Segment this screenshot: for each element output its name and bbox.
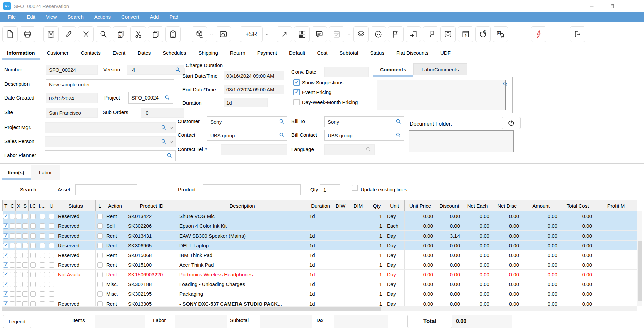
table-row[interactable]: Not Availa...RentSK1506903220Portronics … [3, 270, 637, 279]
row-checkbox-l[interactable] [97, 223, 103, 229]
row-checkbox-s[interactable] [22, 243, 28, 248]
row-checkbox-s[interactable] [22, 233, 28, 239]
column-header-net_disc[interactable]: Net Disc [492, 200, 522, 211]
table-row[interactable]: ReservedSellSK302206Epson 4 Color Ink Ki… [3, 221, 637, 231]
row-checkbox-idot[interactable] [40, 272, 45, 277]
table-row[interactable]: Misc.SK302188Loading - Unloading Charges… [3, 279, 637, 289]
menu-add[interactable]: Add [145, 12, 164, 22]
row-checkbox-l[interactable] [97, 291, 103, 297]
toolbar-cut-button[interactable] [130, 26, 146, 42]
restore-button[interactable] [602, 0, 623, 12]
column-header-net_each[interactable]: Net Each [463, 200, 492, 211]
toolbar-lightning-button[interactable] [531, 26, 546, 42]
table-row[interactable]: ReservedRentSK015100Acer Think Pad1d1Day… [3, 260, 637, 270]
row-checkbox-c[interactable] [10, 291, 15, 297]
bill-contact-input[interactable] [324, 130, 404, 141]
row-checkbox-ic[interactable] [30, 282, 36, 287]
tab-item-s-[interactable]: Item(s) [2, 165, 31, 180]
row-checkbox-c[interactable] [10, 262, 15, 268]
comments-textarea[interactable] [377, 80, 506, 110]
tab-status[interactable]: Status [364, 47, 390, 60]
row-checkbox-ii[interactable] [49, 301, 54, 306]
toolbar-new-document-button[interactable] [2, 26, 18, 42]
row-checkbox-ii[interactable] [49, 291, 54, 297]
total-button[interactable]: Total [407, 315, 452, 328]
row-checkbox-x[interactable] [16, 262, 21, 268]
row-checkbox-t[interactable] [3, 282, 8, 287]
tab-subtotal[interactable]: Subtotal [333, 47, 364, 60]
tab-default[interactable]: Default [283, 47, 311, 60]
row-checkbox-ic[interactable] [30, 253, 36, 258]
tab-udf[interactable]: UDF [434, 47, 457, 60]
row-checkbox-t[interactable] [3, 223, 8, 229]
bill-contact-search-icon[interactable] [395, 132, 402, 138]
toolbar-smiley-button[interactable] [371, 26, 386, 42]
row-checkbox-ic[interactable] [30, 243, 36, 248]
tab-laborcomments[interactable]: LaborComments [413, 63, 467, 75]
toolbar-calendar-button[interactable] [329, 26, 344, 42]
tab-labor[interactable]: Labor [31, 165, 60, 180]
row-checkbox-s[interactable] [22, 253, 28, 258]
toolbar-paste-button[interactable] [165, 26, 181, 42]
column-header-x[interactable]: X [16, 200, 22, 211]
tab-contacts[interactable]: Contacts [75, 47, 107, 60]
toolbar-expand-button[interactable] [277, 26, 292, 42]
contact-tel-field[interactable] [221, 144, 287, 155]
document-folder-box[interactable] [409, 130, 514, 152]
row-checkbox-l[interactable] [97, 243, 103, 248]
contact-search-icon[interactable] [279, 132, 285, 138]
toolbar-door-in-button[interactable] [423, 26, 438, 42]
menu-view[interactable]: View [41, 12, 62, 22]
asset-input[interactable] [75, 184, 137, 195]
row-checkbox-ic[interactable] [30, 223, 36, 229]
row-checkbox-c[interactable] [10, 282, 15, 287]
project-search-icon[interactable] [164, 95, 170, 101]
column-header-duration[interactable]: Duration [307, 200, 334, 211]
row-checkbox-s[interactable] [22, 262, 28, 268]
row-checkbox-s[interactable] [22, 291, 28, 297]
row-checkbox-s[interactable] [22, 301, 28, 306]
tab-flat-discounts[interactable]: Flat Discounts [390, 47, 434, 60]
sales-person-field[interactable] [45, 136, 176, 147]
tab-payment[interactable]: Payment [251, 47, 283, 60]
update-existing-lines-checkbox[interactable] [352, 185, 358, 191]
row-checkbox-t[interactable] [3, 291, 8, 297]
sales-person-dropdown-icon[interactable] [169, 140, 174, 144]
close-button[interactable] [623, 0, 644, 12]
toolbar-payment-window-button[interactable]: $ [458, 26, 473, 42]
column-header-status[interactable]: Status [56, 200, 96, 211]
row-checkbox-l[interactable] [97, 301, 103, 306]
row-checkbox-s[interactable] [22, 272, 28, 277]
language-search-icon[interactable] [365, 146, 371, 152]
labor-planner-search-icon[interactable] [166, 152, 173, 159]
row-checkbox-c[interactable] [10, 253, 15, 258]
row-checkbox-l[interactable] [97, 262, 103, 268]
toolbar-exit-button[interactable] [570, 26, 585, 42]
toolbar-item-search-dropdown-icon[interactable] [209, 26, 214, 42]
toolbar-delete-button[interactable] [78, 26, 94, 42]
row-checkbox-x[interactable] [16, 282, 21, 287]
row-checkbox-l[interactable] [97, 282, 103, 287]
column-header-description[interactable]: Description [177, 200, 307, 211]
row-checkbox-idot[interactable] [40, 243, 45, 248]
row-checkbox-idot[interactable] [40, 223, 45, 229]
column-header-product_id[interactable]: Product ID [126, 200, 177, 211]
row-checkbox-l[interactable] [97, 233, 103, 239]
table-row[interactable]: ReservedRentSK013422Shure VOG Mic1d1Day0… [3, 211, 637, 221]
row-checkbox-ii[interactable] [49, 223, 54, 229]
row-checkbox-ii[interactable] [49, 214, 54, 219]
row-checkbox-c[interactable] [10, 223, 15, 229]
row-checkbox-c[interactable] [10, 214, 15, 219]
row-checkbox-c[interactable] [10, 301, 15, 306]
row-checkbox-x[interactable] [16, 223, 21, 229]
column-header-t[interactable]: T [3, 200, 9, 211]
tab-dates[interactable]: Dates [131, 47, 157, 60]
row-checkbox-idot[interactable] [40, 262, 45, 268]
row-checkbox-idot[interactable] [40, 233, 45, 239]
column-header-amount[interactable]: Amount [522, 200, 560, 211]
table-row[interactable]: ReservedRentSK013431EAW SB300 Speaker (M… [3, 231, 637, 241]
qty-input[interactable] [320, 184, 340, 195]
column-header-profit[interactable]: Profit M [595, 200, 637, 211]
toolbar-save-button[interactable] [43, 26, 59, 42]
table-row[interactable]: ReservedRentSK013305- SONY DXC-537 CAMER… [3, 299, 637, 307]
